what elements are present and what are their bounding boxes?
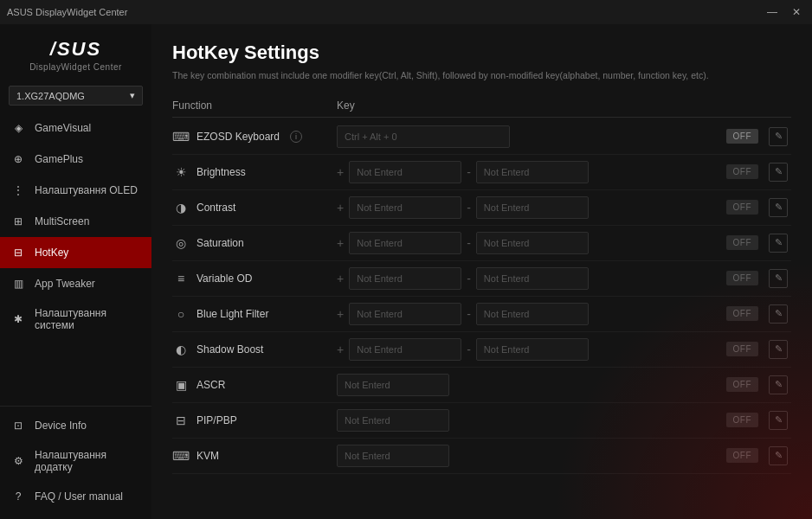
key-cell-saturation: + - — [337, 232, 696, 254]
toggle-cell-saturation: OFF — [696, 235, 765, 250]
key-input-shadowboost-plus[interactable] — [349, 338, 461, 361]
key-cell-ezosd — [337, 125, 696, 148]
toggle-button-shadowboost[interactable]: OFF — [726, 342, 759, 356]
info-icon[interactable]: i — [290, 131, 302, 143]
edit-button-variableod[interactable]: ✎ — [769, 269, 788, 288]
key-cell-shadowboost: + - — [337, 338, 696, 361]
function-label-kvm: KVM — [197, 450, 219, 462]
table-row: ▣ ASCR OFF ✎ — [172, 368, 791, 403]
sidebar-item-multiscreen[interactable]: ⊞ MultiScreen — [0, 206, 151, 237]
toggle-cell-pipbp: OFF — [696, 413, 765, 427]
function-cell-ezosd: ⌨ EZOSD Keyboard i — [172, 128, 337, 145]
edit-button-brightness[interactable]: ✎ — [769, 163, 788, 182]
syssettings-icon: ✱ — [10, 311, 26, 327]
edit-cell-shadowboost: ✎ — [765, 340, 791, 359]
pipbp-icon: ⊟ — [172, 412, 190, 429]
chevron-down-icon: ▾ — [130, 90, 135, 101]
key-input-variableod-plus[interactable] — [349, 267, 461, 290]
key-input-kvm[interactable] — [337, 445, 449, 467]
edit-button-shadowboost[interactable]: ✎ — [769, 340, 788, 359]
oled-icon: ⋮ — [10, 183, 26, 198]
function-cell-contrast: ◑ Contrast — [172, 199, 337, 216]
minimize-button[interactable]: — — [764, 3, 781, 21]
ascr-icon: ▣ — [172, 376, 190, 394]
toggle-button-bluelight[interactable]: OFF — [726, 306, 759, 321]
function-cell-shadowboost: ◐ Shadow Boost — [172, 341, 337, 358]
minus-icon: - — [467, 165, 471, 179]
page-title: HotKey Settings — [172, 42, 791, 64]
function-cell-ascr: ▣ ASCR — [172, 376, 337, 394]
sidebar-item-appsettings[interactable]: ⚙ Налаштування додатку — [0, 441, 151, 481]
saturation-icon: ◎ — [172, 234, 190, 252]
key-input-ezosd[interactable] — [337, 125, 510, 148]
key-cell-kvm — [337, 445, 696, 467]
edit-button-contrast[interactable]: ✎ — [769, 198, 788, 217]
sidebar-item-syssettings[interactable]: ✱ Налаштування системи — [0, 299, 151, 339]
key-cell-bluelight: + - — [337, 303, 696, 325]
toggle-button-kvm[interactable]: OFF — [726, 448, 759, 463]
function-cell-bluelight: ○ Blue Light Filter — [172, 305, 337, 323]
function-label-shadowboost: Shadow Boost — [197, 343, 263, 356]
close-button[interactable]: ✕ — [788, 3, 805, 21]
edit-button-bluelight[interactable]: ✎ — [769, 304, 788, 324]
plus-icon: + — [337, 165, 344, 179]
function-cell-kvm: ⌨ KVM — [172, 447, 337, 465]
sidebar-item-faq[interactable]: ? FAQ / User manual — [0, 481, 151, 512]
function-label-variableod: Variable OD — [197, 272, 252, 285]
key-input-bluelight-minus[interactable] — [476, 303, 589, 325]
key-input-contrast-plus[interactable] — [349, 196, 461, 219]
sidebar-item-label: App Tweaker — [35, 278, 95, 290]
toggle-button-saturation[interactable]: OFF — [726, 235, 759, 250]
toggle-button-contrast[interactable]: OFF — [726, 200, 759, 215]
function-label-ezosd: EZOSD Keyboard — [197, 131, 280, 143]
toggle-button-variableod[interactable]: OFF — [726, 271, 759, 285]
sidebar-item-label: Налаштування системи — [35, 307, 141, 331]
edit-cell-pipbp: ✎ — [765, 411, 791, 430]
sidebar-item-deviceinfo[interactable]: ⊡ Device Info — [0, 410, 151, 441]
edit-button-ezosd[interactable]: ✎ — [769, 127, 788, 146]
key-input-brightness-minus[interactable] — [476, 161, 589, 183]
edit-cell-ascr: ✎ — [765, 375, 791, 394]
toggle-button-brightness[interactable]: OFF — [726, 164, 759, 179]
shadowboost-icon: ◐ — [172, 341, 190, 358]
sidebar-item-hotkey[interactable]: ⊟ HotKey — [0, 237, 151, 268]
key-input-ascr[interactable] — [337, 374, 449, 396]
toggle-cell-contrast: OFF — [696, 200, 765, 215]
sidebar-item-oled[interactable]: ⋮ Налаштування OLED — [0, 175, 151, 206]
minus-icon: - — [467, 272, 471, 285]
sidebar-item-apptweaker[interactable]: ▥ App Tweaker — [0, 268, 151, 299]
titlebar: ASUS DisplayWidget Center — ✕ — [0, 0, 812, 24]
key-input-bluelight-plus[interactable] — [349, 303, 461, 325]
edit-button-kvm[interactable]: ✎ — [769, 446, 788, 465]
edit-button-saturation[interactable]: ✎ — [769, 234, 788, 253]
toggle-cell-bluelight: OFF — [696, 306, 765, 321]
sidebar-item-gamevisual[interactable]: ◈ GameVisual — [0, 112, 151, 144]
key-input-shadowboost-minus[interactable] — [476, 338, 589, 361]
edit-button-ascr[interactable]: ✎ — [769, 375, 788, 394]
toggle-button-pipbp[interactable]: OFF — [726, 413, 759, 427]
edit-button-pipbp[interactable]: ✎ — [769, 411, 788, 430]
app-body: /SUS DisplayWidget Center 1.XG27AQDMG ▾ … — [0, 24, 812, 519]
sidebar-item-label: MultiScreen — [35, 215, 89, 227]
function-cell-brightness: ☀ Brightness — [172, 163, 337, 181]
toggle-button-ezosd[interactable]: OFF — [726, 129, 759, 144]
key-input-contrast-minus[interactable] — [476, 196, 589, 219]
toggle-button-ascr[interactable]: OFF — [726, 377, 759, 392]
key-input-saturation-minus[interactable] — [476, 232, 589, 254]
key-input-variableod-minus[interactable] — [476, 267, 589, 290]
table-row: ⌨ EZOSD Keyboard i OFF ✎ — [172, 119, 791, 155]
function-label-saturation: Saturation — [197, 237, 244, 249]
device-dropdown[interactable]: 1.XG27AQDMG ▾ — [9, 86, 143, 106]
function-cell-variableod: ≡ Variable OD — [172, 270, 337, 287]
key-input-pipbp[interactable] — [337, 409, 449, 432]
apptweaker-icon: ▥ — [10, 276, 26, 292]
table-row: ◑ Contrast + - OFF ✎ — [172, 190, 791, 226]
plus-icon: + — [337, 236, 344, 250]
sidebar-item-gameplus[interactable]: ⊕ GamePlus — [0, 144, 151, 175]
appsettings-icon: ⚙ — [10, 453, 26, 469]
key-input-saturation-plus[interactable] — [349, 232, 461, 254]
header-function: Function — [172, 99, 337, 112]
key-input-brightness-plus[interactable] — [349, 161, 461, 183]
edit-cell-variableod: ✎ — [765, 269, 791, 288]
toggle-cell-kvm: OFF — [696, 448, 765, 463]
